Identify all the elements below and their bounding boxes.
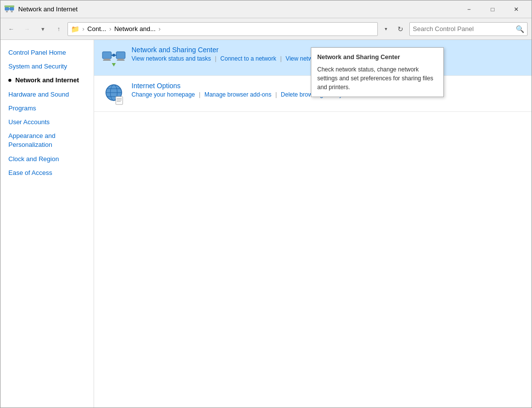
address-dropdown-button[interactable]: ▾ — [380, 23, 392, 35]
sidebar-item-appearance-personalization[interactable]: Appearance and Personalization — [0, 129, 94, 152]
tooltip-description: Check network status, change network set… — [317, 65, 437, 92]
link-manage-addons[interactable]: Manage browser add-ons — [204, 91, 275, 98]
svg-rect-3 — [6, 11, 8, 12]
close-button[interactable]: ✕ — [505, 2, 528, 17]
link-change-homepage[interactable]: Change your homepage — [132, 91, 199, 98]
svg-rect-11 — [117, 60, 125, 61]
tooltip: Network and Sharing Center Check network… — [311, 47, 444, 97]
sidebar-item-network-internet[interactable]: Network and Internet — [0, 73, 94, 87]
sidebar-item-user-accounts[interactable]: User Accounts — [0, 115, 94, 129]
main-content: Control Panel Home System and Security N… — [0, 40, 532, 408]
search-bar[interactable]: 🔍 — [409, 22, 528, 36]
active-indicator — [8, 79, 11, 82]
search-icon[interactable]: 🔍 — [516, 25, 524, 33]
sidebar-item-clock-region[interactable]: Clock and Region — [0, 152, 94, 166]
content-area: Network and Sharing Center View network … — [94, 40, 532, 408]
sidebar-item-hardware-sound[interactable]: Hardware and Sound — [0, 88, 94, 102]
sidebar-item-ease-of-access[interactable]: Ease of Access — [0, 166, 94, 180]
svg-marker-15 — [112, 63, 116, 67]
svg-rect-0 — [5, 7, 9, 10]
svg-rect-21 — [116, 97, 123, 104]
minimize-button[interactable]: − — [458, 2, 480, 17]
internet-options-icon — [102, 82, 126, 105]
title-bar: Network and Internet − □ ✕ — [0, 0, 532, 18]
svg-point-14 — [112, 54, 115, 57]
window-controls: − □ ✕ — [458, 2, 528, 17]
svg-rect-5 — [4, 5, 14, 7]
internet-options-title[interactable]: Internet Options — [132, 82, 181, 90]
up-button[interactable]: ↑ — [52, 22, 66, 36]
address-part-1: Cont... — [87, 25, 106, 33]
link-view-status[interactable]: View network status and tasks — [132, 55, 215, 62]
window-title: Network and Internet — [18, 5, 458, 13]
address-bar[interactable]: 📁 › Cont... › Network and... › — [67, 22, 378, 36]
refresh-button[interactable]: ↻ — [394, 22, 407, 36]
nav-bar: ← → ▾ ↑ 📁 › Cont... › Network and... › ▾… — [0, 18, 532, 40]
main-window: Network and Internet − □ ✕ ← → ▾ ↑ 📁 › C… — [0, 0, 532, 408]
svg-rect-6 — [102, 52, 111, 59]
sidebar: Control Panel Home System and Security N… — [0, 40, 94, 408]
back-button[interactable]: ← — [4, 22, 18, 36]
window-icon — [4, 4, 14, 14]
sidebar-item-system-security[interactable]: System and Security — [0, 60, 94, 73]
network-sharing-title[interactable]: Network and Sharing Center — [132, 46, 219, 54]
maximize-button[interactable]: □ — [481, 2, 504, 17]
svg-rect-4 — [11, 11, 13, 12]
sidebar-item-control-panel-home[interactable]: Control Panel Home — [0, 46, 94, 60]
search-input[interactable] — [413, 25, 516, 33]
sidebar-item-programs[interactable]: Programs — [0, 102, 94, 115]
network-sharing-icon — [102, 46, 126, 69]
address-icon: 📁 — [71, 25, 79, 33]
svg-rect-8 — [103, 60, 111, 61]
svg-rect-9 — [116, 52, 125, 59]
dropdown-button[interactable]: ▾ — [36, 22, 50, 36]
network-sharing-item: Network and Sharing Center View network … — [94, 40, 532, 76]
address-part-2: Network and... — [114, 25, 156, 33]
forward-button[interactable]: → — [20, 22, 34, 36]
tooltip-title: Network and Sharing Center — [317, 53, 437, 62]
link-connect-network[interactable]: Connect to a network — [220, 55, 280, 62]
svg-rect-1 — [10, 7, 14, 10]
